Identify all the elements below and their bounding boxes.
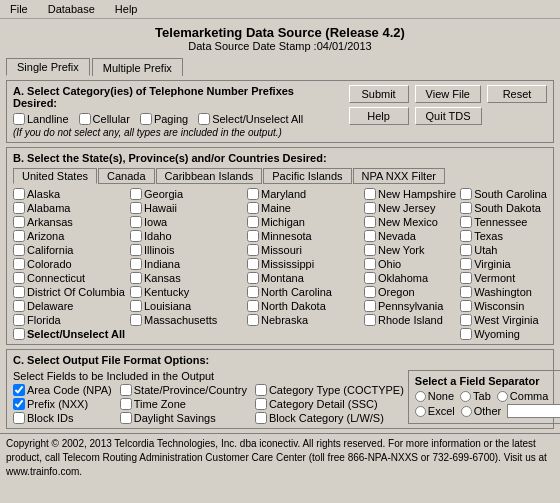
block-ids-checkbox[interactable] — [13, 412, 25, 424]
oklahoma-label[interactable]: Oklahoma — [364, 272, 456, 284]
help-button[interactable]: Help — [349, 107, 409, 125]
utah-checkbox[interactable] — [460, 244, 472, 256]
other-separator-input[interactable] — [507, 404, 560, 418]
idaho-label[interactable]: Idaho — [130, 230, 243, 242]
south-dakota-label[interactable]: South Dakota — [460, 202, 547, 214]
missouri-label[interactable]: Missouri — [247, 244, 360, 256]
state-province-country-label[interactable]: State/Province/Country — [120, 384, 247, 396]
tab-radio-label[interactable]: Tab — [460, 390, 491, 402]
reset-button[interactable]: Reset — [487, 85, 547, 103]
georgia-checkbox[interactable] — [130, 188, 142, 200]
category-detail-label[interactable]: Category Detail (SSC) — [255, 398, 404, 410]
category-type-label[interactable]: Category Type (COCTYPE) — [255, 384, 404, 396]
select-unselect-all-checkbox[interactable] — [198, 113, 210, 125]
louisiana-checkbox[interactable] — [130, 300, 142, 312]
illinois-label[interactable]: Illinois — [130, 244, 243, 256]
other-radio[interactable] — [461, 406, 472, 417]
delaware-checkbox[interactable] — [13, 300, 25, 312]
cellular-checkbox[interactable] — [79, 113, 91, 125]
submit-button[interactable]: Submit — [349, 85, 409, 103]
tab-multiple-prefix[interactable]: Multiple Prefix — [92, 58, 183, 76]
nevada-label[interactable]: Nevada — [364, 230, 456, 242]
wisconsin-label[interactable]: Wisconsin — [460, 300, 547, 312]
massachusetts-label[interactable]: Massachusetts — [130, 314, 243, 326]
area-code-label[interactable]: Area Code (NPA) — [13, 384, 112, 396]
select-unselect-all-checkbox-label[interactable]: Select/Unselect All — [198, 113, 303, 125]
oregon-checkbox[interactable] — [364, 286, 376, 298]
california-label[interactable]: California — [13, 244, 126, 256]
new-york-checkbox[interactable] — [364, 244, 376, 256]
select-unselect-all-states-label[interactable]: Select/Unselect All — [13, 328, 126, 340]
florida-checkbox[interactable] — [13, 314, 25, 326]
other-radio-label[interactable]: Other — [461, 405, 502, 417]
iowa-checkbox[interactable] — [130, 216, 142, 228]
area-code-checkbox[interactable] — [13, 384, 25, 396]
virginia-checkbox[interactable] — [460, 258, 472, 270]
arizona-checkbox[interactable] — [13, 230, 25, 242]
nebraska-label[interactable]: Nebraska — [247, 314, 360, 326]
category-type-checkbox[interactable] — [255, 384, 267, 396]
quit-tds-button[interactable]: Quit TDS — [415, 107, 482, 125]
connecticut-checkbox[interactable] — [13, 272, 25, 284]
kentucky-label[interactable]: Kentucky — [130, 286, 243, 298]
wyoming-checkbox[interactable] — [460, 328, 472, 340]
illinois-checkbox[interactable] — [130, 244, 142, 256]
tab-caribbean-islands[interactable]: Caribbean Islands — [156, 168, 263, 184]
new-hampshire-checkbox[interactable] — [364, 188, 376, 200]
cellular-checkbox-label[interactable]: Cellular — [79, 113, 130, 125]
new-york-label[interactable]: New York — [364, 244, 456, 256]
new-mexico-checkbox[interactable] — [364, 216, 376, 228]
excel-radio[interactable] — [415, 406, 426, 417]
select-unselect-all-states-checkbox[interactable] — [13, 328, 25, 340]
nevada-checkbox[interactable] — [364, 230, 376, 242]
new-jersey-label[interactable]: New Jersey — [364, 202, 456, 214]
oregon-label[interactable]: Oregon — [364, 286, 456, 298]
colorado-checkbox[interactable] — [13, 258, 25, 270]
prefix-label[interactable]: Prefix (NXX) — [13, 398, 112, 410]
washington-label[interactable]: Washington — [460, 286, 547, 298]
daylight-savings-label[interactable]: Daylight Savings — [120, 412, 247, 424]
block-ids-label[interactable]: Block IDs — [13, 412, 112, 424]
block-category-checkbox[interactable] — [255, 412, 267, 424]
maryland-label[interactable]: Maryland — [247, 188, 360, 200]
vermont-label[interactable]: Vermont — [460, 272, 547, 284]
montana-checkbox[interactable] — [247, 272, 259, 284]
tab-radio[interactable] — [460, 391, 471, 402]
landline-checkbox-label[interactable]: Landline — [13, 113, 69, 125]
west-virginia-label[interactable]: West Virginia — [460, 314, 547, 326]
georgia-label[interactable]: Georgia — [130, 188, 243, 200]
montana-label[interactable]: Montana — [247, 272, 360, 284]
idaho-checkbox[interactable] — [130, 230, 142, 242]
tab-npa-nxx-filter[interactable]: NPA NXX Filter — [353, 168, 445, 184]
comma-radio[interactable] — [497, 391, 508, 402]
mississippi-label[interactable]: Mississippi — [247, 258, 360, 270]
alabama-label[interactable]: Alabama — [13, 202, 126, 214]
washington-checkbox[interactable] — [460, 286, 472, 298]
arkansas-checkbox[interactable] — [13, 216, 25, 228]
colorado-label[interactable]: Colorado — [13, 258, 126, 270]
block-category-label[interactable]: Block Category (L/W/S) — [255, 412, 404, 424]
massachusetts-checkbox[interactable] — [130, 314, 142, 326]
dc-checkbox[interactable] — [13, 286, 25, 298]
tab-single-prefix[interactable]: Single Prefix — [6, 58, 90, 76]
alaska-checkbox[interactable] — [13, 188, 25, 200]
arkansas-label[interactable]: Arkansas — [13, 216, 126, 228]
category-detail-checkbox[interactable] — [255, 398, 267, 410]
menu-database[interactable]: Database — [44, 2, 99, 16]
hawaii-label[interactable]: Hawaii — [130, 202, 243, 214]
pennsylvania-checkbox[interactable] — [364, 300, 376, 312]
michigan-label[interactable]: Michigan — [247, 216, 360, 228]
south-carolina-label[interactable]: South Carolina — [460, 188, 547, 200]
kentucky-checkbox[interactable] — [130, 286, 142, 298]
minnesota-checkbox[interactable] — [247, 230, 259, 242]
vermont-checkbox[interactable] — [460, 272, 472, 284]
indiana-checkbox[interactable] — [130, 258, 142, 270]
time-zone-label[interactable]: Time Zone — [120, 398, 247, 410]
tab-canada[interactable]: Canada — [98, 168, 155, 184]
texas-label[interactable]: Texas — [460, 230, 547, 242]
delaware-label[interactable]: Delaware — [13, 300, 126, 312]
maryland-checkbox[interactable] — [247, 188, 259, 200]
landline-checkbox[interactable] — [13, 113, 25, 125]
south-carolina-checkbox[interactable] — [460, 188, 472, 200]
rhode-island-label[interactable]: Rhode Island — [364, 314, 456, 326]
